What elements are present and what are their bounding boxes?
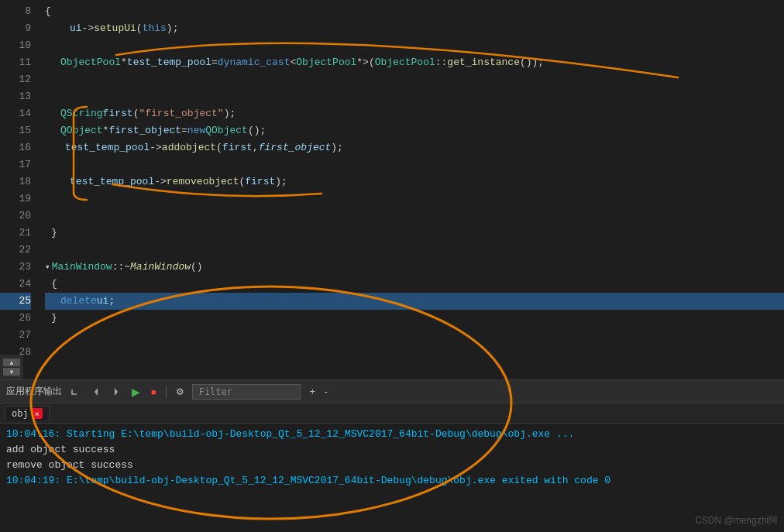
code-line-17	[45, 156, 784, 173]
code-line-19	[45, 190, 784, 208]
tab-close-btn[interactable]: ×	[32, 408, 43, 419]
output-tab-label: obj	[12, 408, 29, 419]
line-num-13: 13	[0, 88, 31, 105]
toolbar-plus-btn[interactable]: +	[307, 385, 318, 399]
left-mini-sidebar[interactable]: ▲ ▼	[0, 355, 23, 379]
code-line-23: ▾ MainWindow ::~ MainWindow ()	[45, 259, 784, 276]
line-num-11: 11	[0, 54, 31, 71]
line-num-24: 24	[0, 276, 31, 293]
output-line-1: 10:04:16: Starting E:\temp\build-obj-Des…	[6, 427, 778, 442]
code-line-20	[45, 208, 784, 225]
code-line-9: ui->setupUi(this);	[45, 20, 784, 37]
line-num-9: 9	[0, 20, 31, 37]
svg-marker-4	[115, 388, 118, 396]
code-line-22	[45, 242, 784, 259]
output-line-2: add object success	[6, 442, 778, 458]
code-line-10	[45, 37, 784, 54]
line-num-27: 27	[0, 327, 31, 344]
toolbar-nav-right-btn[interactable]	[108, 386, 124, 398]
line-num-18: 18	[0, 173, 31, 190]
output-toolbar-label: 应用程序输出	[6, 385, 62, 398]
toolbar-play-btn[interactable]: ▶	[129, 384, 143, 400]
svg-marker-3	[95, 388, 98, 396]
output-tab-bar[interactable]: obj ×	[0, 403, 784, 424]
output-line-4: 10:04:19: E:\temp\build-obj-Desktop_Qt_5…	[6, 473, 778, 489]
line-num-19: 19	[0, 190, 31, 208]
code-line-24: {	[45, 276, 784, 293]
toolbar-minus-btn[interactable]: -	[322, 385, 331, 399]
code-line-26: }	[45, 310, 784, 327]
code-line-15: QObject * first_object = new QObject ();	[45, 122, 784, 139]
code-line-27	[45, 327, 784, 344]
code-line-11: ObjectPool * test_temp_pool = dynamic_ca…	[45, 54, 784, 71]
mini-btn-1[interactable]: ▲	[3, 359, 20, 366]
output-panel[interactable]: 应用程序输出 ▶ ■ ⚙ + -	[0, 379, 784, 532]
toolbar-settings-btn[interactable]: ⚙	[173, 385, 187, 399]
code-line-8: {	[45, 3, 784, 20]
output-line-3: remove object success	[6, 458, 778, 473]
code-line-12	[45, 71, 784, 88]
line-num-17: 17	[0, 156, 31, 173]
toolbar-separator	[166, 386, 167, 398]
line-num-16: 16	[0, 139, 31, 156]
line-num-21: 21	[0, 225, 31, 242]
line-num-22: 22	[0, 242, 31, 259]
mini-btn-2[interactable]: ▼	[3, 368, 20, 376]
watermark: CSDN @mengzhi阿	[695, 514, 778, 527]
toolbar-stop-btn[interactable]: ■	[148, 386, 160, 398]
code-content[interactable]: { ui->setupUi(this); ObjectPool * test_t…	[39, 0, 784, 379]
line-num-14: 14	[0, 105, 31, 122]
filter-input[interactable]	[192, 384, 301, 400]
line-num-25: 25	[0, 293, 31, 310]
toolbar-nav-left-btn[interactable]	[88, 386, 104, 398]
output-toolbar[interactable]: 应用程序输出 ▶ ■ ⚙ + -	[0, 380, 784, 403]
code-line-28	[45, 344, 784, 361]
code-line-13	[45, 88, 784, 105]
code-editor[interactable]: 8 9 10 11 12 13 14 15 16 17 18 19 20 21 …	[0, 0, 784, 379]
code-line-25: delete ui ;	[45, 293, 784, 310]
toolbar-plus-minus: + -	[307, 385, 331, 399]
line-num-26: 26	[0, 310, 31, 327]
line-num-20: 20	[0, 208, 31, 225]
line-num-23: 23	[0, 259, 31, 276]
code-line-14: QString first ( "first_object" );	[45, 105, 784, 122]
code-line-16: test_temp_pool -> addobject ( first , fi…	[45, 139, 784, 156]
line-num-15: 15	[0, 122, 31, 139]
line-num-12: 12	[0, 71, 31, 88]
line-num-10: 10	[0, 37, 31, 54]
code-line-21: }	[45, 225, 784, 242]
toolbar-back-btn[interactable]	[67, 385, 84, 399]
code-line-18: test_temp_pool -> removeobject ( first )…	[45, 173, 784, 190]
output-tab-obj[interactable]: obj ×	[5, 406, 50, 420]
output-content: 10:04:16: Starting E:\temp\build-obj-Des…	[0, 424, 784, 492]
line-numbers: 8 9 10 11 12 13 14 15 16 17 18 19 20 21 …	[0, 0, 39, 379]
line-num-8: 8	[0, 3, 31, 20]
svg-rect-2	[70, 386, 81, 397]
